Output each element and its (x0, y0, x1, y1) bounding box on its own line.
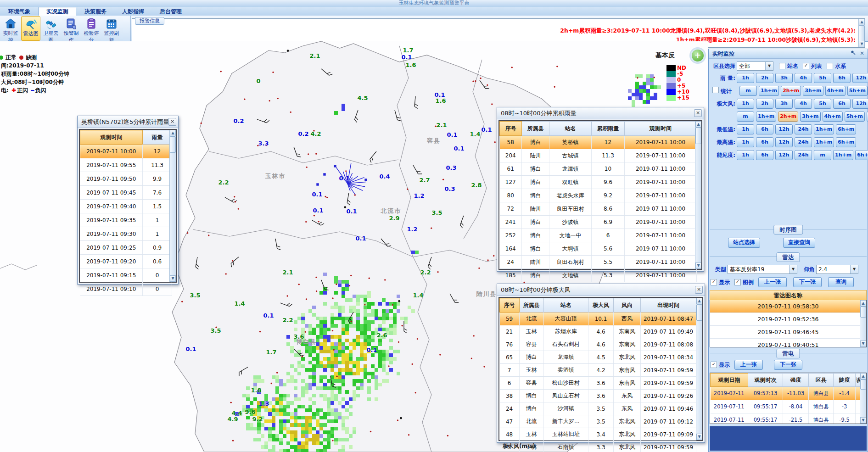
radar-list-scrollbar[interactable]: ▲ ▼ (860, 300, 866, 347)
checkbox-图例[interactable]: ✓ (734, 279, 741, 285)
toolbar-button-检验评分[interactable]: 检验评分 (82, 16, 101, 40)
range-button-1h+m[interactable]: 1h+m (759, 86, 779, 96)
toolbar-button-预警制作[interactable]: 预警制作 (62, 16, 81, 40)
close-icon[interactable]: × (858, 50, 866, 56)
table-row[interactable]: 127博白双旺镇9.62019-07-11 10:00 (500, 176, 697, 189)
range-button-1h+m[interactable]: 1h+m (814, 124, 834, 134)
menu-tab-决策服务[interactable]: 决策服务 (77, 7, 114, 16)
table-row[interactable]: 2019-07-11 09:301 (80, 227, 172, 241)
checkbox-统计[interactable] (712, 87, 719, 93)
scroll-down-icon[interactable]: ▼ (859, 41, 865, 47)
table-row[interactable]: 2019-07-11 09:457.6 (80, 186, 172, 200)
range-button-6h[interactable]: 6h (756, 150, 773, 160)
scroll-thumb[interactable] (170, 136, 176, 153)
menu-tab-人影指挥[interactable]: 人影指挥 (115, 7, 151, 16)
table-row[interactable]: 2019-07-11 09:200.6 (80, 255, 172, 268)
table-row[interactable]: 24陆川良田石垌村5.52019-07-11 10:00 (500, 256, 697, 269)
range-button-3h[interactable]: 3h (775, 73, 793, 83)
range-button-2h[interactable]: 2h (756, 73, 773, 83)
table-row[interactable]: 2019-07-11 09:5511.3 (80, 158, 172, 172)
range-button-12h[interactable]: 12h (852, 99, 868, 109)
range-button-24h[interactable]: 24h (795, 124, 812, 134)
range-button-6h+m[interactable]: 6h+m (836, 124, 856, 134)
range-button-5h[interactable]: 5h (814, 73, 831, 83)
range-button-5h+m[interactable]: 5h+m (847, 86, 868, 96)
table-row[interactable]: 252博白文地一中62019-07-11 10:00 (500, 229, 697, 242)
range-button-5h[interactable]: 5h (814, 99, 831, 109)
table-row[interactable]: 5玉林石南镇3.3东北风2019-07-11 09:59 (500, 441, 696, 452)
menu-tab-实况监测[interactable]: 实况监测 (39, 7, 76, 16)
toolbar-button-监控刷新[interactable]: 监控刷新 (102, 16, 121, 40)
popup-title[interactable]: 英桥镇(N5702)逐5分钟累计雨量 (78, 116, 178, 128)
table-row[interactable]: 61博白龙潭镇102019-07-11 10:00 (500, 162, 697, 176)
range-button-4h+m[interactable]: 4h+m (825, 86, 846, 96)
table-row[interactable]: 72陆川良田车田村8.62019-07-11 10:00 (500, 202, 697, 216)
popup-scrollbar[interactable]: ▲ ▼ (169, 130, 176, 282)
button-上一张[interactable]: 上一张 (734, 360, 763, 370)
range-button-12h[interactable]: 12h (852, 73, 868, 83)
table-row[interactable]: 65博白龙潭镇4.5东北风2019-07-11 08:34 (500, 351, 696, 364)
range-button-12h[interactable]: 12h (775, 124, 793, 134)
range-button-1h+m[interactable]: 1h+m (814, 137, 834, 147)
scroll-thumb[interactable] (859, 25, 865, 42)
range-button-24h[interactable]: 24h (795, 150, 812, 160)
range-button-3h[interactable]: 3h (775, 99, 793, 109)
scroll-thumb[interactable] (695, 128, 701, 144)
button-下一张[interactable]: 下一张 (793, 277, 822, 287)
chevron-down-icon[interactable]: ▼ (850, 265, 858, 273)
scroll-down-icon[interactable]: ▼ (170, 275, 176, 282)
checkbox-站名[interactable] (779, 63, 785, 69)
table-row[interactable]: 21玉林苏烟水库4.6东南风2019-07-11 09:49 (500, 325, 696, 338)
range-button-1h[interactable]: 1h (737, 124, 754, 134)
scroll-thumb[interactable] (860, 379, 866, 390)
chevron-down-icon[interactable]: ▼ (789, 265, 797, 273)
table-row[interactable]: 2019-07-11 09:150 (80, 268, 172, 282)
table-row[interactable]: 24博白沙河镇3.5东风2019-07-11 09:46 (500, 402, 696, 415)
range-button-6h+m[interactable]: 6h+m (855, 150, 868, 160)
popup-extreme-wind[interactable]: 08时~10时00分钟极大风 × 序号所属县站名极大风风向出现时间59北流大容山… (497, 284, 705, 443)
table-row[interactable]: 76容县石头石剑村4.6东南风2019-07-11 08:08 (500, 338, 696, 351)
range-button-m[interactable]: m (814, 150, 831, 160)
range-button-2h+m[interactable]: 2h+m (781, 86, 801, 96)
district-select[interactable]: 全部▼ (737, 61, 773, 71)
table-row[interactable]: 38博白凤山立石村3.6东风2019-07-11 09:26 (500, 390, 696, 402)
table-row[interactable]: 241博白沙陂镇6.92019-07-11 10:00 (500, 216, 697, 229)
pin-icon[interactable] (849, 50, 857, 56)
alert-scrollbar[interactable]: ▲ ▼ (858, 19, 865, 47)
table-row[interactable]: 80博白老虎头水库9.22019-07-11 10:00 (500, 189, 697, 202)
popup-scrollbar[interactable]: ▲ ▼ (696, 298, 702, 440)
table-row[interactable]: 47北流新丰大罗...3.5东北风2019-07-11 09:12 (500, 415, 696, 428)
range-button-4h[interactable]: 4h (795, 99, 812, 109)
range-button-1h[interactable]: 1h (737, 99, 754, 109)
menu-tab-环境气象[interactable]: 环境气象 (1, 7, 38, 16)
range-button-m[interactable]: m (739, 86, 757, 96)
checkbox-水系[interactable] (827, 63, 833, 69)
toolbar-button-卫星云图[interactable]: 卫星云图 (41, 16, 61, 40)
range-button-1h[interactable]: 1h (737, 150, 754, 160)
table-row[interactable]: 59北流大容山顶10.1西风2019-07-11 08:47 (500, 312, 696, 325)
scroll-up-icon[interactable]: ▲ (695, 121, 701, 128)
range-button-5h+m[interactable]: 5h+m (845, 112, 865, 122)
scroll-down-icon[interactable]: ▼ (696, 434, 702, 440)
table-row[interactable]: 7玉林卖酒镇4.2东南风2019-07-11 09:59 (500, 364, 696, 377)
range-button-1h+m[interactable]: 1h+m (756, 112, 776, 122)
scroll-up-icon[interactable]: ▲ (860, 373, 866, 379)
range-button-m[interactable]: m (737, 112, 754, 122)
table-row[interactable]: 2019-07-11 09:401.5 (80, 200, 172, 213)
toolbar-button-实时监控[interactable]: 实时监控 (1, 16, 20, 40)
table-row[interactable]: 164博白大垌镇5.62019-07-11 10:00 (500, 242, 697, 256)
scroll-down-icon[interactable]: ▼ (860, 417, 866, 424)
radar-image-item[interactable]: 2019-07-11 09:40:51 (710, 339, 866, 347)
range-button-4h[interactable]: 4h (795, 73, 812, 83)
radar-type-select[interactable]: 基本反射率19▼ (728, 265, 797, 274)
popup-title[interactable]: 08时~10时00分钟极大风 (497, 284, 705, 296)
table-row[interactable]: 2019-07-11 09:351 (80, 213, 172, 227)
scroll-up-icon[interactable]: ▲ (860, 300, 866, 307)
table-row[interactable]: 58博白英桥镇122019-07-11 10:00 (500, 136, 697, 149)
table-row[interactable]: 204陆川古城镇11.32019-07-11 10:00 (500, 149, 697, 162)
range-button-6h[interactable]: 6h (833, 99, 851, 109)
radar-image-item[interactable]: 2019-07-11 09:58:30 (710, 300, 866, 313)
menu-tab-后台管理[interactable]: 后台管理 (152, 7, 189, 16)
close-icon[interactable]: × (695, 286, 703, 294)
button-直接查询[interactable]: 直接查询 (783, 238, 815, 248)
